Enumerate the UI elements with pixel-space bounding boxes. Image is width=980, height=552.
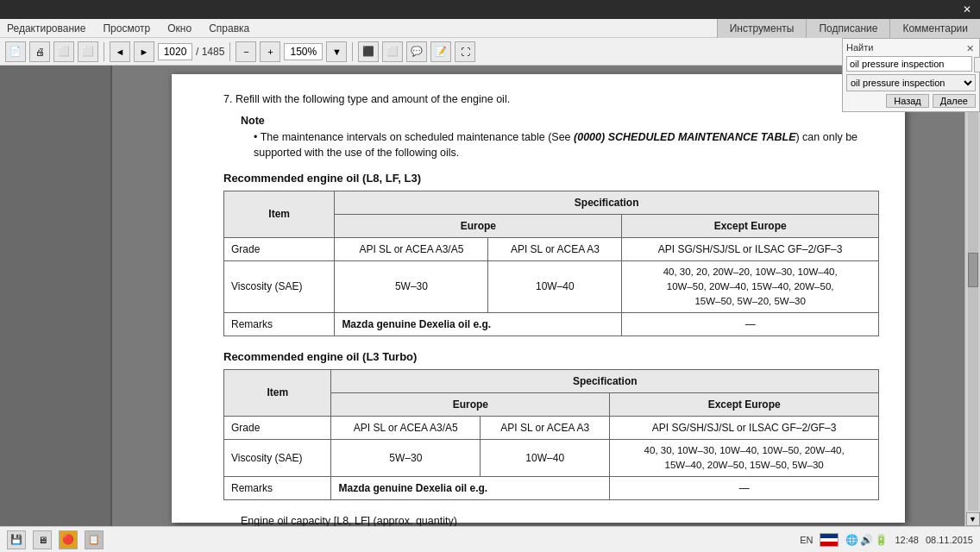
status-right: EN RU 🌐 🔊 🔋 12:48 08.11.2015 xyxy=(800,533,973,547)
table1-spec-header: Specification xyxy=(335,191,879,214)
close-button[interactable]: ✕ xyxy=(958,3,977,16)
remarks-item-1: Remarks xyxy=(224,313,335,336)
table1-section: Recommended engine oil (L8, LF, L3) Item… xyxy=(223,170,879,336)
note-list: The maintenance intervals on scheduled m… xyxy=(241,129,879,162)
status-icon-1[interactable]: 💾 xyxy=(7,530,26,549)
document-content: 7. Refill with the following type and am… xyxy=(223,91,879,526)
toolbar-btn-4[interactable]: ⬜ xyxy=(78,41,98,62)
menu-help[interactable]: Справка xyxy=(205,21,253,36)
viscosity2-europe-col1: 5W–30 xyxy=(331,439,481,477)
remarks-except-1: — xyxy=(622,313,879,336)
capacity-title: Engine oil capacity [L8, LF] (approx. qu… xyxy=(241,512,879,526)
remarks2-item: Remarks xyxy=(224,477,331,500)
grade2-item: Grade xyxy=(224,416,331,439)
table2-section: Recommended engine oil (L3 Turbo) Item S… xyxy=(223,348,879,500)
flag-icon: RU xyxy=(820,533,839,547)
table-row: Grade API SL or ACEA A3/A5 API SL or ACE… xyxy=(224,416,879,439)
note-item: The maintenance intervals on scheduled m… xyxy=(254,129,879,162)
scrollbar-thumb[interactable] xyxy=(968,253,978,287)
viscosity-europe-col1: 5W–30 xyxy=(335,260,488,313)
system-icons: 🌐 🔊 🔋 xyxy=(845,534,888,546)
viscosity-europe-col2: 10W–40 xyxy=(488,260,622,313)
expand-button[interactable]: ⛶ xyxy=(455,41,475,62)
table-row: Remarks Mazda genuine Dexelia oil e.g. — xyxy=(224,313,879,336)
document-area[interactable]: 7. Refill with the following type and am… xyxy=(112,66,964,526)
page-input[interactable] xyxy=(158,43,192,60)
nav-back-button[interactable]: ◄ xyxy=(110,41,130,62)
viscosity2-except: 40, 30, 10W–30, 10W–40, 10W–50, 20W–40,1… xyxy=(610,439,879,477)
toolbar-btn-1[interactable]: 📄 xyxy=(5,41,26,62)
status-icon-2[interactable]: 🖥 xyxy=(33,530,52,549)
table2-title: Recommended engine oil (L3 Turbo) xyxy=(223,348,879,366)
menu-window[interactable]: Окно xyxy=(164,21,195,36)
grade-except: API SG/SH/SJ/SL or ILSAC GF–2/GF–3 xyxy=(622,237,879,260)
status-icon-3[interactable]: 🔴 xyxy=(59,530,78,549)
status-icon-4[interactable]: 📋 xyxy=(85,530,104,549)
remarks2-europe: Mazda genuine Dexelia oil e.g. xyxy=(331,477,610,500)
grade-item: Grade xyxy=(224,237,335,260)
table-row: Viscosity (SAE) 5W–30 10W–40 40, 30, 20,… xyxy=(224,260,879,313)
separator-3 xyxy=(352,42,353,61)
zoom-out-button[interactable]: − xyxy=(236,41,256,62)
top-right-buttons: Инструменты Подписание Комментарии xyxy=(717,19,980,38)
table2-spec-header: Specification xyxy=(331,369,879,392)
search-back-button[interactable]: Назад xyxy=(886,94,929,108)
scrollbar-track[interactable] xyxy=(968,81,978,511)
document-page: 7. Refill with the following type and am… xyxy=(172,74,905,523)
note-title: Note xyxy=(241,113,879,129)
search-input[interactable] xyxy=(846,56,972,72)
table1-except-header: Except Europe xyxy=(622,214,879,237)
scroll-down-button[interactable]: ▼ xyxy=(966,512,980,526)
viscosity-except: 40, 30, 20, 20W–20, 10W–30, 10W–40,10W–5… xyxy=(622,260,879,313)
table2-item-header: Item xyxy=(224,369,331,416)
table-row: Remarks Mazda genuine Dexelia oil e.g. — xyxy=(224,477,879,500)
zoom-in-button[interactable]: + xyxy=(260,41,280,62)
toolbar-btn-3[interactable]: ⬜ xyxy=(53,41,74,62)
fit-page-button[interactable]: ⬛ xyxy=(358,41,379,62)
sign-button[interactable]: Подписание xyxy=(806,19,889,38)
capacity-block: Engine oil capacity [L8, LF] (approx. qu… xyxy=(223,512,879,526)
note-icon[interactable]: 📝 xyxy=(430,41,451,62)
status-bar: 💾 🖥 🔴 📋 EN RU 🌐 🔊 🔋 12:48 08.11.2015 xyxy=(0,526,980,552)
zoom-input[interactable] xyxy=(284,43,323,60)
fit-width-button[interactable]: ⬜ xyxy=(382,41,403,62)
sound-icon: 🔊 xyxy=(860,534,873,546)
toolbar-btn-2[interactable]: 🖨 xyxy=(29,41,50,62)
battery-icon: 🔋 xyxy=(875,534,888,546)
search-dropdown[interactable]: oil pressure inspection xyxy=(846,74,976,91)
grade-europe-col2: API SL or ACEA A3 xyxy=(488,237,622,260)
search-label: Найти xyxy=(846,42,873,53)
remarks-europe-1: Mazda genuine Dexelia oil e.g. xyxy=(335,313,622,336)
grade2-except: API SG/SH/SJ/SL or ILSAC GF–2/GF–3 xyxy=(610,416,879,439)
table2-europe-header: Europe xyxy=(331,392,610,416)
menu-edit[interactable]: Редактирование xyxy=(3,21,89,36)
tools-button[interactable]: Инструменты xyxy=(717,19,807,38)
viscosity-item: Viscosity (SAE) xyxy=(224,260,335,313)
table1: Item Specification Europe Except Europe … xyxy=(223,191,879,337)
left-sidebar xyxy=(0,66,112,526)
network-icon: 🌐 xyxy=(845,534,858,546)
intro-text: 7. Refill with the following type and am… xyxy=(223,91,879,108)
table2-except-header: Except Europe xyxy=(610,392,879,416)
table1-item-header: Item xyxy=(224,191,335,237)
zoom-dropdown[interactable]: ▼ xyxy=(326,41,347,62)
separator-1 xyxy=(104,42,104,61)
menu-view[interactable]: Просмотр xyxy=(99,21,154,36)
search-panel: Найти ✕ ▼ oil pressure inspection Назад … xyxy=(842,38,980,112)
search-next-button[interactable]: Далее xyxy=(933,94,976,108)
comment-icon[interactable]: 💬 xyxy=(406,41,427,62)
comments-button[interactable]: Комментарии xyxy=(889,19,980,38)
note-block: Note The maintenance intervals on schedu… xyxy=(241,113,879,161)
time-label: 12:48 xyxy=(895,535,919,545)
viscosity2-item: Viscosity (SAE) xyxy=(224,439,331,477)
search-options-select[interactable]: ▼ xyxy=(974,57,980,72)
table2: Item Specification Europe Except Europe … xyxy=(223,369,879,501)
grade2-europe-col2: API SL or ACEA A3 xyxy=(481,416,610,439)
date-label: 08.11.2015 xyxy=(926,535,973,545)
page-total: / 1485 xyxy=(196,46,224,58)
search-close-button[interactable]: ✕ xyxy=(964,43,976,54)
main-area: 7. Refill with the following type and am… xyxy=(0,66,980,526)
grade2-europe-col1: API SL or ACEA A3/A5 xyxy=(331,416,481,439)
toolbar: 📄 🖨 ⬜ ⬜ ◄ ► / 1485 − + ▼ ⬛ ⬜ 💬 📝 ⛶ xyxy=(0,38,980,66)
nav-forward-button[interactable]: ► xyxy=(134,41,154,62)
